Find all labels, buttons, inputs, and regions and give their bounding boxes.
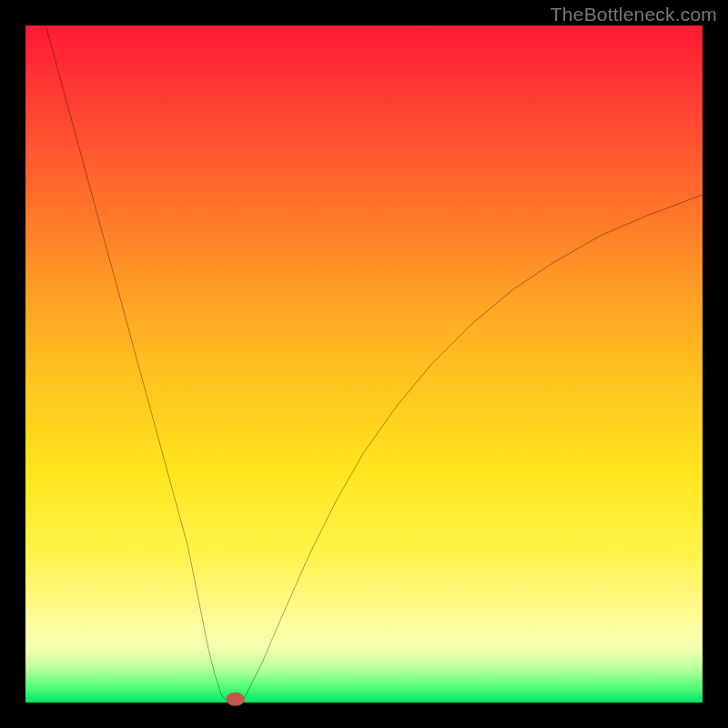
minimum-marker — [226, 693, 245, 706]
chart-svg — [25, 25, 703, 703]
watermark-text: TheBottleneck.com — [551, 4, 717, 25]
chart-frame: TheBottleneck.com — [0, 0, 728, 728]
plot-area — [25, 25, 703, 703]
bottleneck-curve — [46, 25, 703, 703]
